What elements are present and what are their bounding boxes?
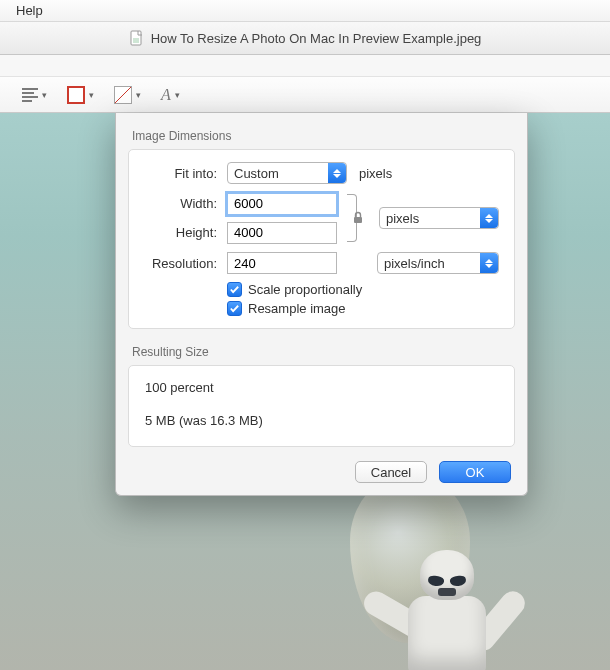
chevron-down-icon: ▾ xyxy=(89,90,94,100)
width-label: Width: xyxy=(143,196,221,211)
stepper-icon xyxy=(480,253,498,273)
fit-into-label: Fit into: xyxy=(143,166,221,181)
chevron-down-icon: ▾ xyxy=(175,90,180,100)
window-title: How To Resize A Photo On Mac In Preview … xyxy=(151,31,482,46)
resample-image-checkbox[interactable] xyxy=(227,301,242,316)
chevron-down-icon: ▾ xyxy=(42,90,47,100)
svg-rect-2 xyxy=(354,217,362,223)
image-content xyxy=(380,540,510,670)
resample-image-label: Resample image xyxy=(248,301,346,316)
result-filesize: 5 MB (was 16.3 MB) xyxy=(145,413,498,428)
dimension-unit-value: pixels xyxy=(386,211,419,226)
height-input[interactable] xyxy=(227,222,337,244)
result-percent: 100 percent xyxy=(145,380,498,395)
fit-into-value: Custom xyxy=(234,166,279,181)
scale-proportionally-label: Scale proportionally xyxy=(248,282,362,297)
border-color-menu[interactable]: ▾ xyxy=(67,86,94,104)
resolution-input[interactable] xyxy=(227,252,337,274)
fill-color-menu[interactable]: ▾ xyxy=(114,86,141,104)
dimensions-fieldset: Fit into: Custom pixels Width: pixels He… xyxy=(128,149,515,329)
menu-help[interactable]: Help xyxy=(10,1,49,20)
adjust-size-dialog: Image Dimensions Fit into: Custom pixels… xyxy=(115,113,528,496)
resolution-label: Resolution: xyxy=(143,256,221,271)
cancel-button[interactable]: Cancel xyxy=(355,461,427,483)
width-input[interactable] xyxy=(227,193,337,215)
fill-color-icon xyxy=(114,86,132,104)
markup-toolbar: ▾ ▾ ▾ A ▾ xyxy=(0,77,610,113)
file-jpeg-icon xyxy=(129,30,145,46)
text-style-menu[interactable]: A ▾ xyxy=(161,86,180,104)
window-titlebar: How To Resize A Photo On Mac In Preview … xyxy=(0,22,610,55)
section-resulting-size: Resulting Size xyxy=(116,329,527,365)
stepper-icon xyxy=(328,163,346,183)
resulting-size-box: 100 percent 5 MB (was 16.3 MB) xyxy=(128,365,515,447)
resolution-unit-select[interactable]: pixels/inch xyxy=(377,252,499,274)
font-style-icon: A xyxy=(161,86,171,104)
border-color-icon xyxy=(67,86,85,104)
ok-button[interactable]: OK xyxy=(439,461,511,483)
lock-icon[interactable] xyxy=(351,211,365,225)
fit-into-unit: pixels xyxy=(353,166,500,181)
fit-into-select[interactable]: Custom xyxy=(227,162,347,184)
menubar: Help xyxy=(0,0,610,22)
chevron-down-icon: ▾ xyxy=(136,90,141,100)
dimension-unit-select[interactable]: pixels xyxy=(379,207,499,229)
section-image-dimensions: Image Dimensions xyxy=(116,113,527,149)
svg-rect-1 xyxy=(133,38,139,43)
scale-proportionally-checkbox[interactable] xyxy=(227,282,242,297)
toolbar-spacer xyxy=(0,55,610,77)
stepper-icon xyxy=(480,208,498,228)
resolution-unit-value: pixels/inch xyxy=(384,256,445,271)
height-label: Height: xyxy=(143,225,221,240)
line-weight-icon xyxy=(22,88,38,102)
line-style-menu[interactable]: ▾ xyxy=(22,88,47,102)
